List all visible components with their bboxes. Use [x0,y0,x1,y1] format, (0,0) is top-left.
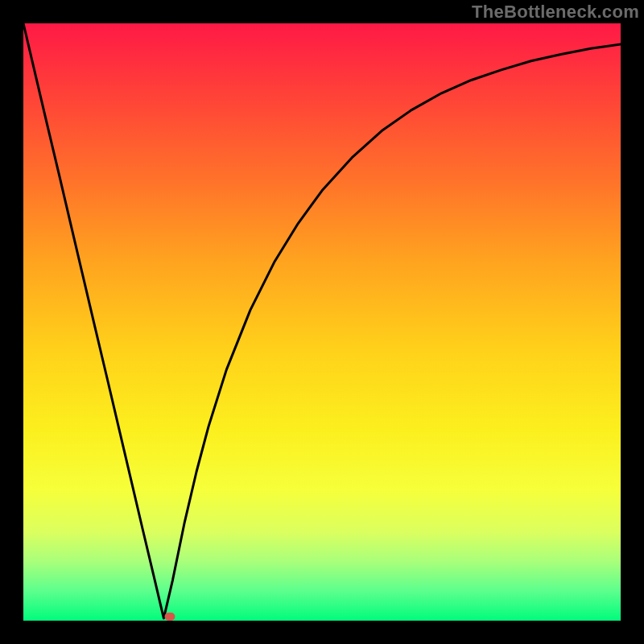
plot-area [23,23,621,621]
watermark-text: TheBottleneck.com [472,2,639,23]
data-curve [23,23,621,621]
chart-container: TheBottleneck.com [0,0,644,644]
optimum-marker [164,613,175,621]
